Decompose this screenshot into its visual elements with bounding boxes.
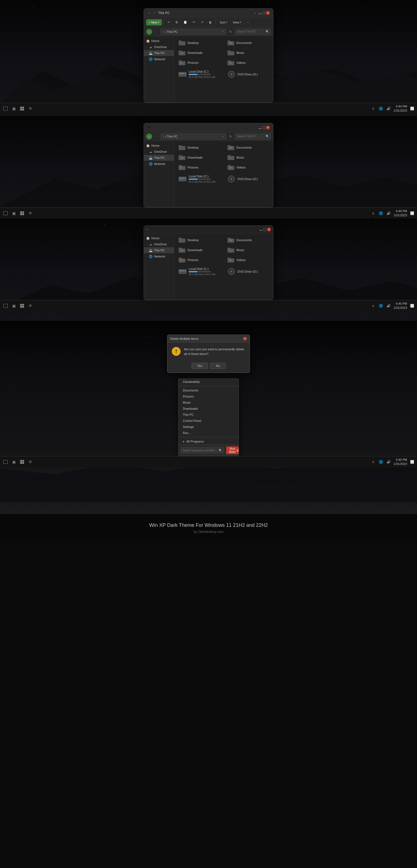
drive-d-2[interactable]: DVD Drive (D:) — [226, 174, 270, 184]
sidebar-home-1[interactable]: 🏠 Home — [144, 38, 174, 44]
start-menu-pictures[interactable]: Pictures — [179, 393, 238, 400]
folder-documents-1[interactable]: Documents — [226, 39, 270, 47]
tb-notify-chevron-4[interactable]: ∧ — [370, 459, 376, 465]
tb-folder-icon-4[interactable]: ▣ — [10, 459, 17, 465]
back-btn-2[interactable]: ‹ — [146, 133, 152, 140]
tb-gear-icon-2[interactable]: ⚙ — [27, 210, 34, 217]
drive-c-1[interactable]: Local Disk (C:) 35.3 GB free of 59.2 GB — [177, 69, 222, 80]
more-btn[interactable]: ··· — [245, 19, 251, 26]
tb-network-icon-4[interactable]: 🌐 — [378, 459, 384, 465]
search-input-1[interactable] — [237, 30, 264, 33]
folder-downloads-3[interactable]: Downloads — [177, 246, 222, 254]
tb-notification-btn-1[interactable]: ⬜ — [409, 106, 415, 111]
sidebar-home-3[interactable]: 🏠 Home — [144, 235, 174, 241]
taskbar-clock-4[interactable]: 4:40 PM 1/31/2023 — [393, 458, 407, 466]
folder-documents-3[interactable]: Documents — [226, 236, 270, 244]
drive-d-1[interactable]: DVD Drive (D:) — [226, 69, 270, 80]
folder-desktop-3[interactable]: Desktop — [177, 236, 222, 244]
dialog-no-btn[interactable]: No — [210, 363, 226, 369]
rename-btn[interactable]: ✏ — [191, 19, 197, 26]
tb-network-icon-3[interactable]: 🌐 — [378, 303, 384, 309]
folder-videos-2[interactable]: Videos — [226, 163, 270, 171]
folder-documents-2[interactable]: Documents — [226, 144, 270, 151]
start-menu-allprograms[interactable]: ▶ All Programs — [179, 438, 238, 444]
new-button[interactable]: + New ▾ — [146, 19, 162, 25]
tb-gear-icon-1[interactable]: ⚙ — [27, 105, 34, 112]
paste-btn[interactable]: 📋 — [181, 19, 189, 26]
folder-music-1[interactable]: ♪ Music — [226, 49, 270, 57]
tb-folder-icon-2[interactable]: ▣ — [10, 210, 17, 217]
sidebar-thispc-3[interactable]: › 💻 This PC — [144, 247, 174, 253]
folder-desktop-2[interactable]: Desktop — [177, 144, 222, 151]
address-path-1[interactable]: › › This PC ▾ — [160, 29, 226, 35]
tb-volume-icon-1[interactable]: 🔊 — [386, 106, 391, 111]
tb-notify-chevron-2[interactable]: ∧ — [370, 211, 376, 216]
view-btn[interactable]: View ▾ — [231, 19, 244, 26]
tb-square-icon-3[interactable] — [2, 303, 9, 309]
sort-btn[interactable]: Sort ▾ — [218, 19, 229, 26]
folder-pictures-3[interactable]: Pictures — [177, 256, 222, 264]
start-menu-controlpanel[interactable]: Control Panel — [179, 418, 238, 424]
sidebar-network-1[interactable]: › 🌐 Network — [144, 56, 174, 62]
drive-d-3[interactable]: DVD Drive (D:) — [226, 266, 270, 277]
tb-network-icon-1[interactable]: 🌐 — [378, 106, 384, 111]
tb-notification-btn-2[interactable]: ⬜ — [409, 211, 415, 216]
sidebar-onedrive-3[interactable]: › ☁ OneDrive — [144, 241, 174, 247]
delete-btn[interactable]: 🗑 — [206, 19, 214, 26]
folder-pictures-1[interactable]: Pictures — [177, 59, 222, 67]
sidebar-thispc-1[interactable]: › 💻 This PC — [144, 50, 174, 56]
tb-volume-icon-4[interactable]: 🔊 — [386, 459, 391, 465]
start-search-input[interactable] — [183, 449, 218, 452]
taskbar-clock-3[interactable]: 4:40 PM 1/31/2023 — [393, 302, 407, 310]
drive-c-3[interactable]: Local Disk (C:) 35.3 GB free of 59.2 GB — [177, 266, 222, 277]
tb-grid-icon-4[interactable] — [19, 459, 25, 465]
search-box-1[interactable]: 🔍 — [235, 29, 271, 35]
share-btn[interactable]: ↗ — [198, 19, 205, 26]
folder-music-3[interactable]: ♪ Music — [226, 246, 270, 254]
search-input-2[interactable] — [237, 135, 264, 138]
start-menu-downloads[interactable]: Downloads — [179, 406, 238, 412]
drive-c-2[interactable]: Local Disk (C:) 35.3 GB free of 59.2 GB — [177, 174, 222, 184]
tb-network-icon-2[interactable]: 🌐 — [378, 211, 384, 216]
tb-volume-icon-2[interactable]: 🔊 — [386, 211, 391, 216]
tb-volume-icon-3[interactable]: 🔊 — [386, 303, 391, 309]
sidebar-home-2[interactable]: 🏠 Home — [144, 143, 174, 149]
tb-folder-icon-3[interactable]: ▣ — [10, 303, 17, 309]
folder-downloads-2[interactable]: Downloads — [177, 154, 222, 161]
tb-notification-btn-4[interactable]: ⬜ — [409, 459, 415, 465]
copy-btn[interactable]: ⧉ — [173, 19, 180, 26]
shutdown-button[interactable]: Shut down ⏻ — [226, 446, 239, 454]
dialog-close-btn[interactable]: ✕ — [243, 337, 247, 341]
folder-music-2[interactable]: ♪ Music — [226, 154, 270, 161]
tb-gear-icon-3[interactable]: ⚙ — [27, 303, 34, 309]
start-menu-run[interactable]: Run... — [179, 430, 238, 436]
titlebar-close-btn-2[interactable]: ✕ — [266, 126, 270, 130]
folder-videos-1[interactable]: Videos — [226, 59, 270, 67]
tb-square-icon-1[interactable] — [2, 105, 9, 112]
folder-desktop-1[interactable]: Desktop — [177, 39, 222, 47]
tb-notification-btn-3[interactable]: ⬜ — [409, 303, 415, 309]
back-btn-1[interactable]: ‹ — [146, 29, 152, 35]
start-menu-thispc[interactable]: This PC — [179, 412, 238, 418]
tb-notify-chevron-1[interactable]: ∧ — [370, 106, 376, 111]
sidebar-onedrive-2[interactable]: › ☁ OneDrive — [144, 149, 174, 155]
forward-btn-2[interactable]: › — [154, 134, 159, 139]
refresh-btn-1[interactable]: ↻ — [228, 29, 233, 34]
cut-btn[interactable]: ✂ — [165, 19, 172, 26]
taskbar-clock-2[interactable]: 4:40 PM 1/31/2023 — [393, 209, 407, 217]
tb-folder-icon-1[interactable]: ▣ — [10, 105, 17, 112]
folder-videos-3[interactable]: Videos — [226, 256, 270, 264]
tb-grid-icon-3[interactable] — [19, 303, 25, 309]
tb-square-icon-4[interactable] — [2, 459, 9, 465]
start-search-box[interactable]: 🔍 — [181, 447, 224, 453]
folder-pictures-2[interactable]: Pictures — [177, 163, 222, 171]
search-box-2[interactable]: 🔍 — [235, 133, 271, 140]
tb-grid-icon-1[interactable] — [19, 105, 25, 112]
new-tab-btn-1[interactable]: + — [254, 11, 256, 14]
start-menu-cleodeskt0p[interactable]: Cleodeskt0p — [179, 379, 238, 385]
sidebar-network-2[interactable]: › 🌐 Network — [144, 161, 174, 167]
titlebar-close-btn-3[interactable]: ✕ — [267, 228, 271, 231]
sidebar-onedrive-1[interactable]: › ☁ OneDrive — [144, 44, 174, 50]
forward-btn-1[interactable]: › — [154, 29, 159, 34]
tb-notify-chevron-3[interactable]: ∧ — [370, 303, 376, 309]
